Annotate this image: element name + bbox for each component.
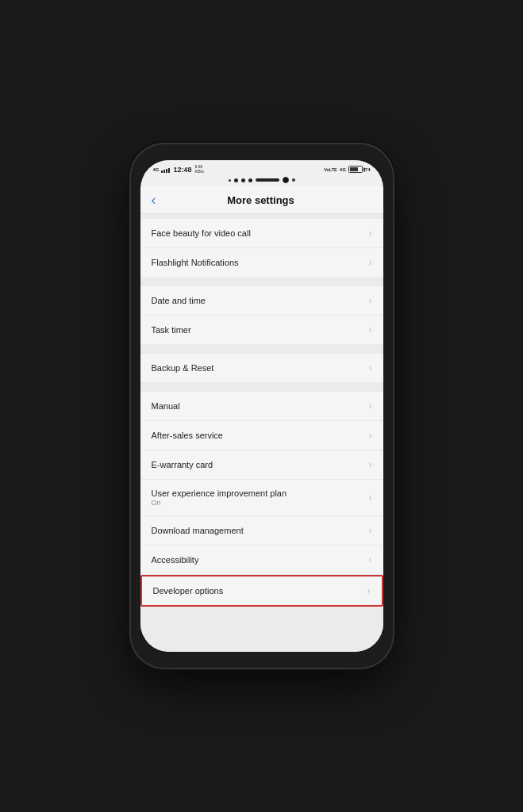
menu-item-backup-reset[interactable]: Backup & Reset ›: [140, 354, 383, 382]
menu-item-after-sales-content: After-sales service: [152, 431, 364, 440]
menu-item-after-sales[interactable]: After-sales service ›: [140, 421, 383, 450]
menu-item-manual-content: Manual: [152, 401, 364, 411]
menu-item-user-experience-subtitle: On: [152, 499, 364, 507]
menu-item-developer-options[interactable]: Developer options ›: [140, 575, 383, 607]
chevron-icon-accessibility: ›: [369, 554, 372, 565]
menu-item-e-warranty-title: E-warranty card: [152, 460, 364, 469]
spacer-bottom: [140, 611, 383, 616]
chevron-icon-face-beauty: ›: [369, 228, 372, 239]
back-button[interactable]: ‹: [152, 193, 156, 207]
menu-item-accessibility[interactable]: Accessibility ›: [140, 546, 383, 575]
lte-label: 4G: [340, 167, 346, 172]
menu-item-user-experience-title: User experience improvement plan: [152, 488, 364, 498]
menu-item-manual-title: Manual: [152, 401, 364, 411]
menu-item-user-experience[interactable]: User experience improvement plan On ›: [140, 480, 383, 516]
settings-content: Face beauty for video call › Flashlight …: [140, 214, 383, 652]
menu-item-accessibility-content: Accessibility: [152, 555, 364, 565]
menu-item-flashlight[interactable]: Flashlight Notifications ›: [140, 248, 383, 277]
menu-item-e-warranty-content: E-warranty card: [152, 460, 364, 469]
chevron-icon-flashlight: ›: [369, 257, 372, 268]
network-type-label: 4G: [153, 167, 160, 172]
signal-bar-4: [168, 168, 170, 173]
dot-2: [241, 178, 245, 182]
volte-label: VoLTE: [324, 167, 337, 172]
chevron-icon-backup-reset: ›: [369, 362, 372, 373]
menu-item-face-beauty[interactable]: Face beauty for video call ›: [140, 219, 383, 248]
phone-frame: 4G 12:48 0.00KB/s VoLTE 4G 74: [131, 144, 393, 668]
phone-screen: 4G 12:48 0.00KB/s VoLTE 4G 74: [140, 160, 383, 652]
speaker: [256, 178, 279, 182]
chevron-icon-task-timer: ›: [369, 324, 372, 335]
chevron-icon-e-warranty: ›: [369, 459, 372, 470]
menu-item-accessibility-title: Accessibility: [152, 555, 364, 565]
menu-item-date-time[interactable]: Date and time ›: [140, 286, 383, 316]
menu-item-flashlight-title: Flashlight Notifications: [152, 258, 364, 267]
signal-bar-3: [166, 169, 167, 173]
menu-item-developer-options-content: Developer options: [153, 586, 363, 596]
notch-area: [140, 175, 383, 186]
sensor: [292, 178, 295, 182]
camera: [283, 177, 289, 183]
menu-item-e-warranty[interactable]: E-warranty card ›: [140, 450, 383, 480]
chevron-icon-download-management: ›: [369, 525, 372, 536]
dot-1: [234, 178, 238, 182]
menu-group-2: Date and time › Task timer ›: [140, 286, 383, 344]
chevron-icon-manual: ›: [369, 400, 372, 412]
menu-item-task-timer-content: Task timer: [152, 325, 364, 335]
data-speed: 0.00KB/s: [195, 165, 204, 174]
chevron-icon-user-experience: ›: [369, 492, 372, 504]
menu-item-date-time-content: Date and time: [152, 296, 364, 305]
battery-fill: [350, 167, 359, 171]
menu-item-after-sales-title: After-sales service: [152, 431, 364, 440]
time-display: 12:48: [174, 166, 192, 174]
menu-item-task-timer[interactable]: Task timer ›: [140, 316, 383, 344]
signal-bar-2: [163, 170, 165, 173]
menu-item-manual[interactable]: Manual ›: [140, 392, 383, 421]
battery-icon: [348, 166, 363, 173]
menu-item-task-timer-title: Task timer: [152, 325, 364, 335]
signal-bar-1: [161, 170, 163, 173]
menu-group-4: Manual › After-sales service › E-warrant…: [140, 392, 383, 607]
dot-3: [248, 178, 252, 182]
menu-group-3: Backup & Reset ›: [140, 354, 383, 382]
menu-item-flashlight-content: Flashlight Notifications: [152, 258, 364, 267]
menu-item-backup-reset-title: Backup & Reset: [152, 363, 364, 373]
app-header: ‹ More settings: [140, 186, 383, 214]
menu-group-1: Face beauty for video call › Flashlight …: [140, 219, 383, 277]
status-bar: 4G 12:48 0.00KB/s VoLTE 4G 74: [140, 160, 383, 175]
chevron-icon-date-time: ›: [369, 295, 372, 306]
menu-item-developer-options-title: Developer options: [153, 586, 363, 596]
menu-item-face-beauty-content: Face beauty for video call: [152, 228, 364, 238]
dot-left: [229, 179, 231, 182]
signal-bars: [161, 167, 170, 173]
status-left: 4G 12:48 0.00KB/s: [153, 165, 204, 174]
page-title: More settings: [164, 194, 358, 206]
menu-item-date-time-title: Date and time: [152, 296, 364, 305]
menu-item-user-experience-content: User experience improvement plan On: [152, 488, 364, 507]
menu-item-backup-reset-content: Backup & Reset: [152, 363, 364, 373]
battery-pct: 74: [365, 167, 371, 172]
status-right: VoLTE 4G 74: [324, 166, 370, 173]
menu-item-download-management[interactable]: Download management ›: [140, 516, 383, 546]
menu-item-download-management-content: Download management: [152, 526, 364, 535]
menu-item-face-beauty-title: Face beauty for video call: [152, 228, 364, 238]
chevron-icon-developer-options: ›: [367, 585, 371, 596]
chevron-icon-after-sales: ›: [369, 430, 372, 441]
menu-item-download-management-title: Download management: [152, 526, 364, 535]
